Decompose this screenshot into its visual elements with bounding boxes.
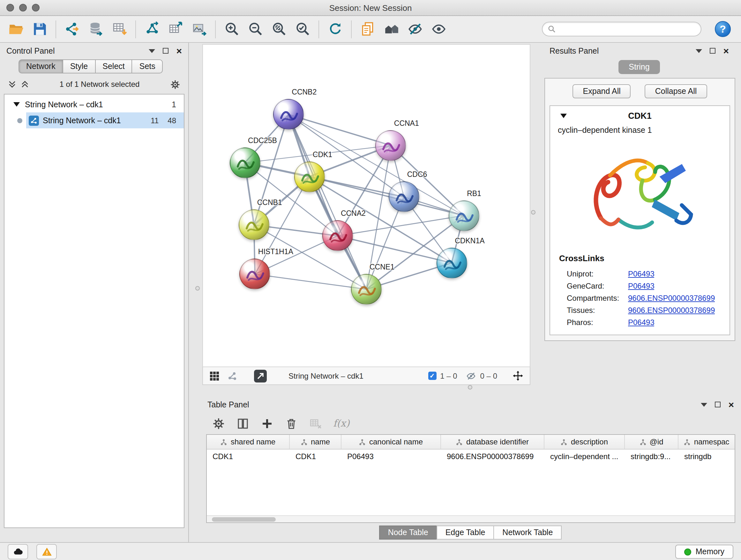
import-network-from-file-button[interactable] <box>63 19 82 39</box>
add-column-icon[interactable] <box>260 417 274 430</box>
network-node-ccna2[interactable] <box>322 221 353 251</box>
table-cell[interactable]: 9606.ENSP00000378699 <box>441 449 544 463</box>
fit-selection-button[interactable] <box>513 370 523 381</box>
zoom-selected-button[interactable] <box>293 19 312 39</box>
show-all-button[interactable] <box>429 19 448 39</box>
panel-menu-icon[interactable] <box>701 402 707 407</box>
splitter-handle[interactable] <box>468 385 472 389</box>
selected-checkbox-icon[interactable]: ✓ <box>428 372 436 380</box>
panel-close-icon[interactable]: × <box>728 400 734 409</box>
horizontal-scrollbar[interactable] <box>207 515 735 522</box>
search-input[interactable] <box>560 24 696 34</box>
memory-button[interactable]: Memory <box>675 545 733 559</box>
panel-close-icon[interactable]: × <box>176 46 182 56</box>
tab-select[interactable]: Select <box>95 59 132 73</box>
grid-icon[interactable] <box>209 371 219 381</box>
network-node-ccna1[interactable] <box>376 130 406 161</box>
splitter-handle[interactable] <box>531 210 536 214</box>
zoom-fit-button[interactable] <box>269 19 288 39</box>
network-row[interactable]: String Network – cdk1 11 48 <box>4 112 184 128</box>
crosslink-link[interactable]: 9606.ENSP00000378699 <box>628 294 715 302</box>
tree-expand-icon[interactable] <box>13 102 20 107</box>
warnings-button[interactable] <box>37 544 57 559</box>
network-edge[interactable] <box>310 177 464 215</box>
tab-sets[interactable]: Sets <box>132 59 163 73</box>
column-header[interactable]: namespac <box>678 435 735 449</box>
tab-string[interactable]: String <box>618 60 660 74</box>
network-collection-row[interactable]: String Network – cdk1 1 <box>4 97 184 112</box>
tab-style[interactable]: Style <box>63 59 96 73</box>
collapse-section-icon[interactable] <box>560 114 567 118</box>
network-node-ccne1[interactable] <box>351 274 382 305</box>
gear-icon[interactable] <box>170 79 181 90</box>
column-header[interactable]: @id <box>625 435 678 449</box>
import-network-from-database-button[interactable] <box>86 19 105 39</box>
network-edge[interactable] <box>288 115 391 145</box>
network-row-selected[interactable]: String Network – cdk1 11 48 <box>26 112 184 128</box>
crosslink-link[interactable]: 9606.ENSP00000378699 <box>628 306 715 314</box>
collapse-all-button[interactable]: Collapse All <box>645 84 707 98</box>
table-cell[interactable]: stringdb:9... <box>625 449 678 463</box>
network-edge[interactable] <box>255 274 366 289</box>
import-table-from-file-button[interactable] <box>110 19 129 39</box>
table-cell[interactable]: CDK1 <box>290 449 341 463</box>
column-header[interactable]: name <box>290 435 341 449</box>
protein-card-header[interactable]: CDK1 <box>550 106 730 125</box>
open-session-button[interactable] <box>6 19 25 39</box>
tab-node-table[interactable]: Node Table <box>379 525 437 540</box>
tab-network[interactable]: Network <box>18 59 63 73</box>
table-cell[interactable]: P06493 <box>341 449 441 463</box>
search-field[interactable] <box>542 22 701 37</box>
network-node-ccnb2[interactable] <box>273 99 304 130</box>
scrollbar-thumb[interactable] <box>212 517 276 521</box>
hide-selected-button[interactable] <box>405 19 424 39</box>
show-columns-icon[interactable] <box>236 417 250 430</box>
network-node-hist1h1a[interactable] <box>240 259 270 290</box>
tab-edge-table[interactable]: Edge Table <box>436 525 494 540</box>
help-button[interactable]: ? <box>715 21 731 37</box>
new-network-from-table-button[interactable] <box>166 19 185 39</box>
panel-menu-icon[interactable] <box>149 49 155 53</box>
delete-column-icon[interactable] <box>285 417 298 430</box>
export-image-button[interactable] <box>190 19 209 39</box>
table-cell[interactable]: CDK1 <box>207 449 290 463</box>
crosslink-link[interactable]: P06493 <box>628 269 655 278</box>
cloud-status-button[interactable] <box>8 544 28 559</box>
hidden-eye-slash-icon[interactable] <box>466 371 476 381</box>
panel-float-icon[interactable] <box>715 401 721 408</box>
refresh-button[interactable] <box>326 19 345 39</box>
open-in-window-button[interactable] <box>254 369 267 382</box>
panel-menu-icon[interactable] <box>696 49 702 53</box>
network-node-rb1[interactable] <box>448 200 479 231</box>
network-node-cdc6[interactable] <box>389 182 419 212</box>
panel-close-icon[interactable]: × <box>723 46 729 56</box>
save-session-button[interactable] <box>30 19 49 39</box>
column-header[interactable]: description <box>544 435 625 449</box>
zoom-out-button[interactable] <box>246 19 265 39</box>
collapse-all-icon[interactable] <box>8 80 17 89</box>
expand-all-icon[interactable] <box>20 80 29 89</box>
network-node-cdc25b[interactable] <box>229 147 260 178</box>
network-node-cdkn1a[interactable] <box>436 247 467 278</box>
table-row[interactable]: CDK1 CDK1 P06493 9606.ENSP00000378699 cy… <box>207 449 735 463</box>
splitter-handle[interactable] <box>195 286 200 291</box>
network-node-ccnb1[interactable] <box>239 209 269 240</box>
network-node-cdk1[interactable] <box>294 161 325 192</box>
network-overview-icon[interactable] <box>227 371 238 381</box>
copy-button[interactable] <box>358 19 377 39</box>
column-header[interactable]: shared name <box>207 435 290 449</box>
panel-float-icon[interactable] <box>163 48 169 54</box>
table-cell[interactable]: cyclin–dependent ... <box>544 449 625 463</box>
zoom-in-button[interactable] <box>222 19 241 39</box>
table-cell[interactable]: stringdb <box>678 449 735 463</box>
tab-network-table[interactable]: Network Table <box>493 525 562 540</box>
panel-float-icon[interactable] <box>710 48 716 54</box>
home-button[interactable] <box>382 19 401 39</box>
column-header[interactable]: canonical name <box>341 435 441 449</box>
column-header[interactable]: database identifier <box>441 435 544 449</box>
table-settings-gear-icon[interactable] <box>212 417 225 430</box>
crosslink-link[interactable]: P06493 <box>628 318 655 327</box>
new-network-button[interactable] <box>142 19 161 39</box>
expand-all-button[interactable]: Expand All <box>573 84 631 98</box>
crosslink-link[interactable]: P06493 <box>628 281 655 290</box>
